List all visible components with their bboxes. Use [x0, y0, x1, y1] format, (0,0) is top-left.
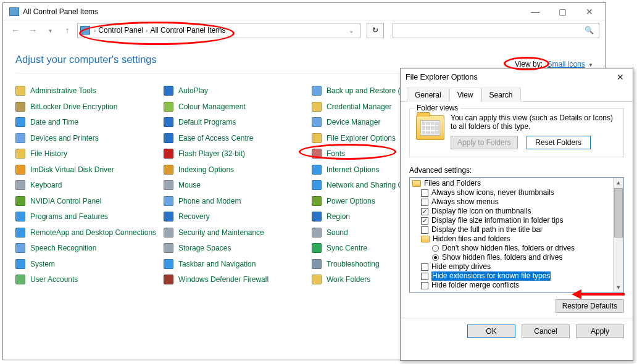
cpl-item[interactable]: ImDisk Virtual Disk Driver [15, 165, 164, 175]
cpl-label[interactable]: Administrative Tools [30, 86, 96, 95]
tree-node[interactable]: Hide extensions for known file types [421, 271, 612, 281]
restore-defaults-button[interactable]: Restore Defaults [556, 299, 624, 313]
cpl-item[interactable]: Speech Recognition [15, 243, 164, 253]
tree-node[interactable]: Hidden files and folders [421, 234, 612, 244]
cpl-item[interactable]: Phone and Modem [164, 196, 312, 206]
tree-node[interactable]: Show hidden files, folders and drives [432, 253, 612, 262]
cpl-item[interactable]: AutoPlay [164, 86, 312, 96]
cpl-label[interactable]: NVIDIA Control Panel [30, 197, 101, 205]
cpl-item[interactable]: Recovery [164, 212, 312, 221]
cpl-label[interactable]: Phone and Modem [178, 197, 241, 205]
cpl-item[interactable]: Devices and Printers [15, 133, 164, 143]
cpl-item[interactable]: Indexing Options [164, 165, 312, 175]
cpl-item[interactable]: Ease of Access Centre [164, 133, 312, 143]
recent-button[interactable]: ▾ [43, 23, 57, 38]
scroll-down-icon[interactable]: ▼ [614, 283, 623, 292]
forward-button[interactable]: → [25, 23, 40, 38]
tree-node[interactable]: Hide empty drives [421, 262, 612, 271]
address-dropdown-icon[interactable]: ⌄ [343, 27, 360, 34]
cpl-item[interactable]: User Accounts [15, 275, 164, 284]
scroll-up-icon[interactable]: ▲ [614, 178, 623, 188]
tree-node[interactable]: Hide folder merge conflicts [421, 281, 612, 290]
cpl-item[interactable]: BitLocker Drive Encryption [15, 102, 164, 112]
apply-to-folders-button[interactable]: Apply to Folders [451, 136, 518, 149]
cpl-label[interactable]: Device Manager [327, 118, 380, 126]
checkbox[interactable] [421, 226, 428, 234]
cpl-label[interactable]: Recovery [178, 212, 210, 221]
scroll-thumb[interactable] [614, 188, 623, 238]
cpl-item[interactable]: Programs and Features [15, 212, 164, 221]
cpl-label[interactable]: Taskbar and Navigation [178, 260, 256, 268]
checkbox[interactable] [421, 199, 428, 206]
tree-node[interactable]: Display the full path in the title bar [421, 225, 612, 234]
cpl-label[interactable]: Sound [327, 228, 348, 237]
cpl-item[interactable]: Default Programs [164, 117, 312, 127]
search-input[interactable]: 🔍 [393, 23, 599, 38]
cpl-label[interactable]: Region [327, 212, 350, 221]
cpl-item[interactable]: Date and Time [15, 117, 164, 127]
checkbox[interactable] [421, 189, 428, 197]
view-by-choice[interactable]: Small icons [547, 60, 585, 68]
cpl-label[interactable]: Work Folders [327, 275, 370, 284]
folder-icon[interactable] [412, 180, 421, 187]
close-button[interactable]: ✕ [576, 5, 603, 19]
cpl-label[interactable]: Ease of Access Centre [178, 134, 253, 143]
up-button[interactable]: ↑ [60, 23, 75, 38]
folder-icon[interactable] [421, 236, 430, 242]
chevron-down-icon[interactable]: ▼ [588, 62, 593, 68]
tree-node[interactable]: Files and Folders [412, 179, 612, 188]
tree-node[interactable]: Always show menus [421, 197, 612, 207]
cpl-item[interactable]: Colour Management [164, 102, 312, 112]
cpl-label[interactable]: Colour Management [178, 102, 246, 111]
cpl-label[interactable]: Troubleshooting [327, 260, 380, 268]
cpl-label[interactable]: Flash Player (32-bit) [178, 149, 245, 158]
cpl-label[interactable]: RemoteApp and Desktop Connections [30, 228, 156, 237]
checkbox[interactable] [421, 263, 428, 271]
cpl-label[interactable]: Windows Defender Firewall [178, 275, 269, 284]
maximize-button[interactable]: ▢ [549, 5, 576, 19]
cpl-label[interactable]: Security and Maintenance [178, 228, 264, 237]
dialog-close-button[interactable]: ✕ [613, 72, 628, 82]
cpl-label[interactable]: Credential Manager [327, 102, 391, 111]
cpl-label[interactable]: Fonts [327, 149, 345, 158]
cpl-label[interactable]: Speech Recognition [30, 244, 96, 252]
cpl-label[interactable]: BitLocker Drive Encryption [30, 102, 117, 111]
cpl-label[interactable]: AutoPlay [178, 86, 208, 95]
cpl-item[interactable]: System [15, 259, 164, 269]
cpl-label[interactable]: User Accounts [30, 275, 78, 284]
cpl-label[interactable]: Sync Centre [327, 244, 367, 252]
cpl-label[interactable]: Keyboard [30, 181, 62, 189]
tree-node[interactable]: Display file icon on thumbnails [421, 207, 612, 216]
breadcrumb-0[interactable]: Control Panel [97, 26, 144, 35]
cpl-item[interactable]: Flash Player (32-bit) [164, 149, 312, 159]
cpl-label[interactable]: File History [30, 149, 67, 158]
cpl-label[interactable]: File Explorer Options [327, 134, 396, 143]
cpl-label[interactable]: Mouse [178, 181, 201, 189]
ok-button[interactable]: OK [467, 325, 515, 338]
tree-node[interactable]: Always show icons, never thumbnails [421, 188, 612, 197]
cpl-item[interactable]: Keyboard [15, 180, 164, 190]
cpl-label[interactable]: Internet Options [327, 165, 379, 174]
cpl-label[interactable]: Programs and Features [30, 212, 108, 221]
tab-search[interactable]: Search [481, 88, 521, 102]
radio[interactable] [432, 245, 439, 252]
cpl-item[interactable]: NVIDIA Control Panel [15, 196, 164, 206]
checkbox[interactable] [421, 208, 428, 215]
cpl-label[interactable]: Power Options [327, 197, 375, 205]
cpl-item[interactable]: Windows Defender Firewall [164, 275, 312, 284]
cpl-item[interactable]: Security and Maintenance [164, 228, 312, 238]
reset-folders-button[interactable]: Reset Folders [527, 136, 591, 149]
cpl-label[interactable]: Devices and Printers [30, 134, 99, 143]
cpl-item[interactable]: Taskbar and Navigation [164, 259, 312, 269]
radio[interactable] [432, 254, 439, 261]
cpl-label[interactable]: Date and Time [30, 118, 78, 126]
cpl-label[interactable]: Storage Spaces [178, 244, 231, 252]
cpl-item[interactable]: File History [15, 149, 164, 159]
tab-general[interactable]: General [407, 88, 449, 102]
cpl-label[interactable]: System [30, 260, 55, 268]
apply-button[interactable]: Apply [576, 325, 624, 338]
breadcrumb-1[interactable]: All Control Panel Items [149, 26, 227, 35]
minimize-button[interactable]: — [522, 5, 549, 19]
cpl-item[interactable]: Administrative Tools [15, 86, 164, 96]
cpl-item[interactable]: Storage Spaces [164, 243, 312, 253]
